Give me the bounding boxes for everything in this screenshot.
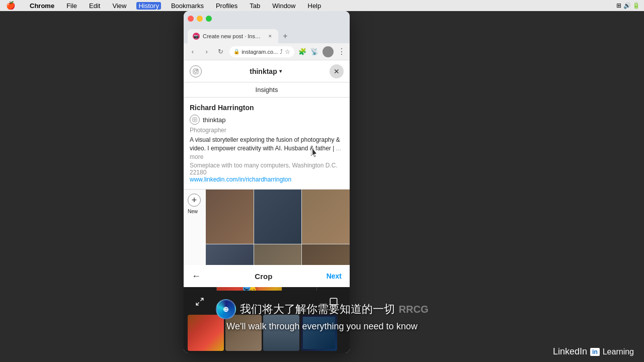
- reload-button[interactable]: ↻: [215, 47, 225, 57]
- ig-role: Photographer: [190, 127, 344, 134]
- ig-bio: A visual storyteller exploring the fusio…: [190, 136, 344, 161]
- chevron-down-icon: ▾: [279, 68, 282, 74]
- tab-close-button[interactable]: ✕: [267, 33, 273, 40]
- apple-menu[interactable]: 🍎: [4, 1, 18, 10]
- ig-handle-icon: [190, 115, 200, 125]
- menu-profiles[interactable]: Profiles: [214, 2, 239, 10]
- subtitles-area: ⊕ 我们将大了解你需要知道的一切 RRCG We'll walk through…: [0, 299, 644, 332]
- subtitle-watermark: ⊕ 我们将大了解你需要知道的一切 RRCG: [216, 299, 429, 319]
- menu-help[interactable]: Help: [306, 2, 324, 10]
- forward-button[interactable]: ›: [202, 47, 212, 57]
- watermark-rrcg-text: RRCG: [399, 304, 429, 315]
- svg-point-4: [194, 119, 195, 120]
- subtitle-english: We'll walk through everything you need t…: [226, 321, 417, 332]
- maximize-window-button[interactable]: [206, 16, 212, 22]
- menu-view[interactable]: View: [110, 2, 128, 10]
- profile-name: Richard Harrington: [190, 104, 344, 112]
- tab-bar: 📷 Create new post · Instag... ✕ +: [184, 26, 350, 43]
- crop-back-button[interactable]: ←: [192, 271, 201, 282]
- crop-image-container: 🎭: [184, 287, 350, 291]
- ig-profile-section: Richard Harrington thinktap Photographer…: [184, 98, 350, 190]
- crop-title: Crop: [255, 272, 272, 281]
- system-icons: ⊞ 🔊 🔋: [616, 2, 640, 9]
- close-window-button[interactable]: [188, 16, 194, 22]
- linkedin-in-box: in: [590, 348, 600, 356]
- inner-screenshot: 🎭: [217, 287, 316, 291]
- minimize-window-button[interactable]: [197, 16, 203, 22]
- back-button[interactable]: ‹: [188, 47, 198, 57]
- dancer-image-area: 🎭: [217, 287, 282, 291]
- ig-new-label: New: [188, 209, 198, 214]
- grid-cell-3[interactable]: [302, 190, 350, 244]
- address-text: instagram.co...: [242, 49, 278, 55]
- ig-account-name[interactable]: thinktap ▾: [250, 67, 281, 75]
- crop-header: ← Crop Next: [184, 265, 350, 287]
- linkedin-learning-badge: LinkedIn in Learning: [553, 346, 634, 357]
- watermark-logo: ⊕: [216, 299, 236, 319]
- tab-favicon: 📷: [193, 33, 200, 40]
- menu-tab[interactable]: Tab: [248, 2, 262, 10]
- adjustment-panel: [282, 287, 316, 291]
- menu-file[interactable]: File: [64, 2, 79, 10]
- address-action-icons: ⤴ ☆: [280, 48, 290, 55]
- new-tab-button[interactable]: +: [279, 30, 291, 42]
- menu-chrome[interactable]: Chrome: [28, 2, 56, 10]
- star-icon[interactable]: ☆: [285, 48, 290, 55]
- ig-close-button[interactable]: ✕: [330, 64, 344, 78]
- ssl-lock-icon: 🔒: [233, 49, 239, 54]
- address-input[interactable]: 🔒 instagram.co... ⤴ ☆: [229, 46, 294, 57]
- ig-top-bar: thinktap ▾ ✕: [184, 60, 350, 82]
- tutorial-frame: 🎭: [216, 287, 317, 291]
- ig-insights-tab[interactable]: Insights: [184, 82, 350, 98]
- grid-cell-2[interactable]: [254, 190, 302, 244]
- menu-bookmarks[interactable]: Bookmarks: [169, 2, 206, 10]
- subtitle-chinese: 我们将大了解你需要知道的一切: [240, 302, 395, 317]
- title-bar: [184, 11, 350, 26]
- active-tab[interactable]: 📷 Create new post · Instag... ✕: [188, 29, 278, 43]
- cast-icon[interactable]: 📡: [310, 48, 318, 55]
- profile-button[interactable]: [323, 46, 334, 57]
- ig-logo-icon: [190, 65, 202, 77]
- grid-cell-1[interactable]: [206, 190, 254, 244]
- dancer-figure: 🎭: [240, 287, 258, 291]
- menu-bar-right: ⊞ 🔊 🔋: [616, 2, 640, 9]
- watermark-logo-inner: ⊕: [223, 305, 229, 313]
- linkedin-learning-text: Learning: [603, 347, 634, 356]
- menu-window[interactable]: Window: [270, 2, 297, 10]
- svg-point-2: [197, 69, 198, 70]
- ig-new-post-button[interactable]: +: [188, 194, 201, 207]
- menu-history[interactable]: History: [136, 2, 160, 10]
- ig-location: Someplace with too many computers, Washi…: [190, 162, 344, 176]
- extension-icon[interactable]: 🧩: [298, 48, 306, 55]
- address-bar: ‹ › ↻ 🔒 instagram.co... ⤴ ☆ 🧩 📡 ⋮: [184, 43, 350, 60]
- menu-edit[interactable]: Edit: [87, 2, 102, 10]
- svg-point-1: [195, 70, 197, 72]
- menu-bar: 🍎 Chrome File Edit View History Bookmark…: [0, 0, 644, 11]
- linkedin-label: LinkedIn: [553, 346, 587, 357]
- more-options-button[interactable]: ⋮: [338, 47, 346, 56]
- ig-handle-row: thinktap: [190, 115, 344, 125]
- share-icon[interactable]: ⤴: [280, 48, 283, 55]
- crop-next-button[interactable]: Next: [327, 272, 342, 280]
- ig-website[interactable]: www.linkedin.com/in/richardharrington: [190, 176, 344, 183]
- svg-rect-3: [193, 118, 197, 122]
- ig-handle: thinktap: [203, 116, 226, 124]
- tab-title: Create new post · Instag...: [203, 33, 262, 39]
